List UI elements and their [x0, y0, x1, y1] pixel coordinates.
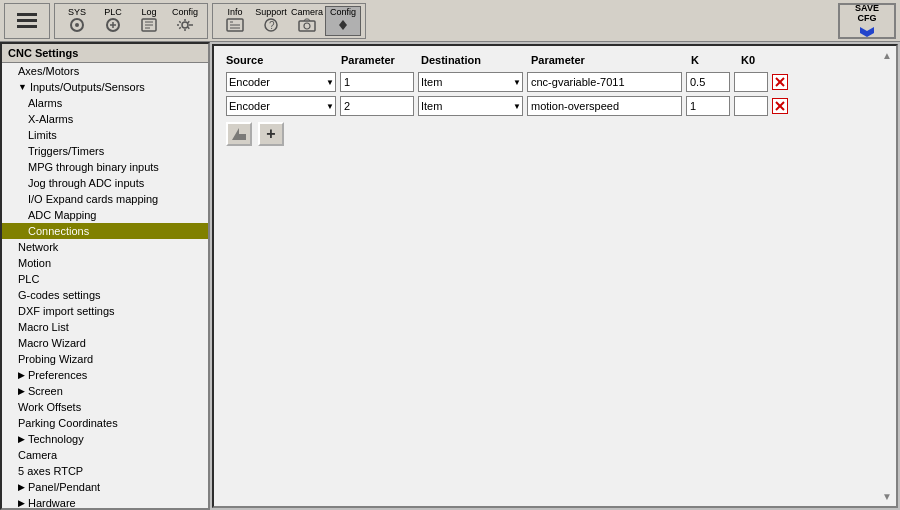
dest-select-wrap-2: Item [418, 96, 523, 116]
plc-button[interactable]: PLC [95, 6, 131, 36]
plc-label: PLC [104, 8, 122, 17]
sidebar-item-preferences[interactable]: ▶ Preferences [2, 367, 208, 383]
connections-header: Source Parameter Destination Parameter K… [222, 54, 888, 66]
header-k: K [691, 54, 741, 66]
sidebar-item-io-expand[interactable]: I/O Expand cards mapping [2, 191, 208, 207]
camera-button[interactable]: Camera [289, 6, 325, 36]
config-icon-1 [175, 17, 195, 33]
svg-rect-0 [17, 13, 37, 16]
sidebar-item-5axes[interactable]: 5 axes RTCP [2, 463, 208, 479]
sidebar-item-probing-wizard[interactable]: Probing Wizard [2, 351, 208, 367]
save-label: SAVE [855, 3, 879, 13]
sidebar-item-parking[interactable]: Parking Coordinates [2, 415, 208, 431]
param1-input-1[interactable] [340, 72, 414, 92]
param2-input-1[interactable] [527, 72, 682, 92]
5axes-label: 5 axes RTCP [18, 465, 83, 477]
sidebar-item-plc[interactable]: PLC [2, 271, 208, 287]
sidebar-item-jog[interactable]: Jog through ADC inputs [2, 175, 208, 191]
k0-input-2[interactable] [734, 96, 768, 116]
source-select-2[interactable]: Encoder [226, 96, 336, 116]
support-icon: ? [261, 17, 281, 33]
svg-point-10 [182, 22, 188, 28]
sidebar-item-work-offsets[interactable]: Work Offsets [2, 399, 208, 415]
k0-input-1[interactable] [734, 72, 768, 92]
source-select-1[interactable]: Encoder [226, 72, 336, 92]
sidebar-item-inputs-outputs[interactable]: ▼ Inputs/Outputs/Sensors [2, 79, 208, 95]
source-select-wrap-2: Encoder [226, 96, 336, 116]
expand-arrow-panel: ▶ [18, 482, 25, 492]
sidebar-item-limits[interactable]: Limits [2, 127, 208, 143]
info-icon [225, 17, 245, 33]
sidebar-item-macro-wizard[interactable]: Macro Wizard [2, 335, 208, 351]
expand-arrow-hw: ▶ [18, 498, 25, 508]
info-button[interactable]: Info [217, 6, 253, 36]
sidebar-item-triggers-timers[interactable]: Triggers/Timers [2, 143, 208, 159]
scroll-down-arrow[interactable]: ▼ [882, 491, 892, 502]
support-button[interactable]: Support ? [253, 6, 289, 36]
menu-button[interactable] [9, 6, 45, 36]
sidebar-item-gcodes[interactable]: G-codes settings [2, 287, 208, 303]
sidebar-item-mpg[interactable]: MPG through binary inputs [2, 159, 208, 175]
connection-row-1: Encoder Item [222, 72, 888, 92]
sidebar-item-adc-mapping[interactable]: ADC Mapping [2, 207, 208, 223]
add-button[interactable]: + [258, 122, 284, 146]
import-button[interactable] [226, 122, 252, 146]
triggers-timers-label: Triggers/Timers [28, 145, 104, 157]
sidebar-item-alarms[interactable]: Alarms [2, 95, 208, 111]
svg-rect-2 [17, 25, 37, 28]
sidebar-item-screen[interactable]: ▶ Screen [2, 383, 208, 399]
sys-button[interactable]: SYS [59, 6, 95, 36]
delete-row-1-button[interactable] [772, 74, 788, 90]
sidebar-item-axes-motors[interactable]: Axes/Motors [2, 63, 208, 79]
save-cfg-button[interactable]: SAVE CFG [838, 3, 896, 39]
k-input-1[interactable] [686, 72, 730, 92]
connection-row-2: Encoder Item [222, 96, 888, 116]
io-expand-label: I/O Expand cards mapping [28, 193, 158, 205]
x-alarms-label: X-Alarms [28, 113, 73, 125]
jog-label: Jog through ADC inputs [28, 177, 144, 189]
param1-input-2[interactable] [340, 96, 414, 116]
dest-select-1[interactable]: Item [418, 72, 523, 92]
sidebar-item-technology[interactable]: ▶ Technology [2, 431, 208, 447]
camera-icon [297, 17, 317, 33]
header-k0: K0 [741, 54, 781, 66]
motion-label: Motion [18, 257, 51, 269]
sidebar-item-camera[interactable]: Camera [2, 447, 208, 463]
expand-arrow-tech: ▶ [18, 434, 25, 444]
delete-row-2-button[interactable] [772, 98, 788, 114]
sidebar-item-panel-pendant[interactable]: ▶ Panel/Pendant [2, 479, 208, 495]
log-button[interactable]: Log [131, 6, 167, 36]
sidebar: CNC Settings Axes/Motors ▼ Inputs/Output… [0, 42, 210, 510]
param2-input-2[interactable] [527, 96, 682, 116]
config-button-1[interactable]: Config [167, 6, 203, 36]
sys-label: SYS [68, 8, 86, 17]
panel-pendant-label: Panel/Pendant [28, 481, 100, 493]
macro-list-label: Macro List [18, 321, 69, 333]
expand-arrow-screen: ▶ [18, 386, 25, 396]
info-label: Info [227, 8, 242, 17]
probing-wizard-label: Probing Wizard [18, 353, 93, 365]
dest-select-2[interactable]: Item [418, 96, 523, 116]
config-icon-2 [333, 17, 353, 33]
support-label: Support [255, 8, 287, 17]
sidebar-item-x-alarms[interactable]: X-Alarms [2, 111, 208, 127]
sidebar-item-hardware[interactable]: ▶ Hardware [2, 495, 208, 510]
network-label: Network [18, 241, 58, 253]
adc-mapping-label: ADC Mapping [28, 209, 96, 221]
config-button-2[interactable]: Config [325, 6, 361, 36]
expand-arrow-prefs: ▶ [18, 370, 25, 380]
sidebar-item-motion[interactable]: Motion [2, 255, 208, 271]
sidebar-item-connections[interactable]: Connections [2, 223, 208, 239]
sys-group: SYS PLC Log [54, 3, 208, 39]
expand-arrow-io: ▼ [18, 82, 27, 92]
mpg-label: MPG through binary inputs [28, 161, 159, 173]
k-input-2[interactable] [686, 96, 730, 116]
header-param2: Parameter [531, 54, 691, 66]
sidebar-item-macro-list[interactable]: Macro List [2, 319, 208, 335]
scroll-up-arrow[interactable]: ▲ [882, 50, 892, 61]
toolbar: SYS PLC Log [0, 0, 900, 42]
header-source: Source [226, 54, 341, 66]
sidebar-item-dxf[interactable]: DXF import settings [2, 303, 208, 319]
limits-label: Limits [28, 129, 57, 141]
sidebar-item-network[interactable]: Network [2, 239, 208, 255]
